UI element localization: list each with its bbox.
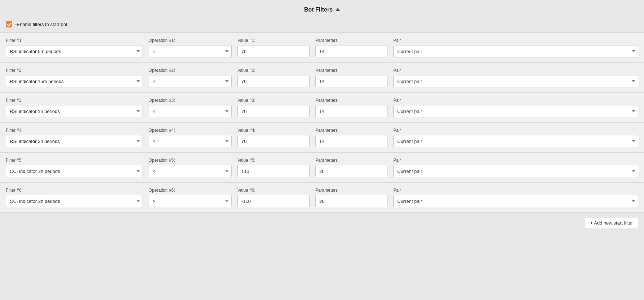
filter-label-2: Filter #2:: [6, 68, 143, 73]
parameters-input-6[interactable]: [315, 195, 387, 207]
pair-col-4: Pair Current pair: [393, 128, 638, 147]
value-col-3: Value #3:: [237, 98, 310, 117]
filter-col-5: Filter #5: RSI indicator 5m periodsRSI i…: [6, 158, 143, 177]
filter-col-6: Filter #6: RSI indicator 5m periodsRSI i…: [6, 188, 143, 207]
pair-label-3: Pair: [393, 98, 638, 103]
filter-select-wrapper-1: RSI indicator 5m periodsRSI indicator 15…: [6, 45, 143, 57]
operation-select-5[interactable]: <><=>==: [149, 165, 232, 177]
pair-select-6[interactable]: Current pair: [393, 195, 638, 207]
operation-select-2[interactable]: <><=>==: [149, 75, 232, 87]
filter-row-2: Filter #2: RSI indicator 5m periodsRSI i…: [0, 63, 644, 93]
parameters-col-2: Parameters: [315, 68, 387, 87]
value-input-3[interactable]: [237, 105, 310, 117]
parameters-label-5: Parameters: [315, 158, 387, 163]
page-title: Bot Filters: [304, 6, 333, 13]
operation-select-wrapper-6: <><=>==: [149, 195, 232, 207]
enable-filters-label: -Enable filters to start bot: [15, 22, 67, 27]
collapse-icon[interactable]: [336, 8, 340, 11]
parameters-input-5[interactable]: [315, 165, 387, 177]
pair-label-2: Pair: [393, 68, 638, 73]
pair-select-1[interactable]: Current pair: [393, 45, 638, 57]
filter-select-3[interactable]: RSI indicator 5m periodsRSI indicator 15…: [6, 105, 143, 117]
operation-label-5: Operation #5:: [149, 158, 232, 163]
filter-row-3: Filter #3: RSI indicator 5m periodsRSI i…: [0, 93, 644, 123]
filter-select-wrapper-5: RSI indicator 5m periodsRSI indicator 15…: [6, 165, 143, 177]
value-col-4: Value #4:: [237, 128, 310, 147]
parameters-input-3[interactable]: [315, 105, 387, 117]
pair-select-wrapper-5: Current pair: [393, 165, 638, 177]
filter-select-5[interactable]: RSI indicator 5m periodsRSI indicator 15…: [6, 165, 143, 177]
value-input-4[interactable]: [237, 135, 310, 147]
pair-select-4[interactable]: Current pair: [393, 135, 638, 147]
filter-select-6[interactable]: RSI indicator 5m periodsRSI indicator 15…: [6, 195, 143, 207]
pair-select-wrapper-1: Current pair: [393, 45, 638, 57]
filter-col-2: Filter #2: RSI indicator 5m periodsRSI i…: [6, 68, 143, 87]
parameters-col-5: Parameters: [315, 158, 387, 177]
filter-select-wrapper-4: RSI indicator 5m periodsRSI indicator 15…: [6, 135, 143, 147]
operation-select-3[interactable]: <><=>==: [149, 105, 232, 117]
pair-label-4: Pair: [393, 128, 638, 133]
filter-col-4: Filter #4: RSI indicator 5m periodsRSI i…: [6, 128, 143, 147]
pair-select-5[interactable]: Current pair: [393, 165, 638, 177]
filter-select-1[interactable]: RSI indicator 5m periodsRSI indicator 15…: [6, 45, 143, 57]
filter-select-2[interactable]: RSI indicator 5m periodsRSI indicator 15…: [6, 75, 143, 87]
filter-row-5: Filter #5: RSI indicator 5m periodsRSI i…: [0, 153, 644, 183]
operation-col-4: Operation #4: <><=>==: [149, 128, 232, 147]
operation-select-4[interactable]: <><=>==: [149, 135, 232, 147]
operation-select-wrapper-5: <><=>==: [149, 165, 232, 177]
parameters-input-4[interactable]: [315, 135, 387, 147]
operation-label-2: Operation #2:: [149, 68, 232, 73]
operation-label-6: Operation #6:: [149, 188, 232, 193]
enable-filters-checkbox-wrapper[interactable]: -Enable filters to start bot: [6, 21, 67, 27]
footer-row: + Add new start filter: [0, 213, 644, 233]
parameters-input-2[interactable]: [315, 75, 387, 87]
value-input-6[interactable]: [237, 195, 310, 207]
operation-select-wrapper-4: <><=>==: [149, 135, 232, 147]
filter-label-5: Filter #5:: [6, 158, 143, 163]
parameters-col-6: Parameters: [315, 188, 387, 207]
add-new-start-filter-button[interactable]: + Add new start filter: [585, 218, 638, 228]
enable-filters-checkbox[interactable]: [6, 21, 12, 27]
parameters-col-3: Parameters: [315, 98, 387, 117]
operation-col-1: Operation #1: <><=>==: [149, 38, 232, 57]
filter-col-3: Filter #3: RSI indicator 5m periodsRSI i…: [6, 98, 143, 117]
filter-select-4[interactable]: RSI indicator 5m periodsRSI indicator 15…: [6, 135, 143, 147]
parameters-label-1: Parameters: [315, 38, 387, 43]
value-label-1: Value #1:: [237, 38, 310, 43]
filter-select-wrapper-3: RSI indicator 5m periodsRSI indicator 15…: [6, 105, 143, 117]
pair-col-6: Pair Current pair: [393, 188, 638, 207]
value-label-2: Value #2:: [237, 68, 310, 73]
value-input-1[interactable]: [237, 45, 310, 57]
filter-row-1: Filter #1: RSI indicator 5m periodsRSI i…: [0, 33, 644, 63]
value-col-6: Value #6:: [237, 188, 310, 207]
operation-col-2: Operation #2: <><=>==: [149, 68, 232, 87]
value-label-4: Value #4:: [237, 128, 310, 133]
pair-select-3[interactable]: Current pair: [393, 105, 638, 117]
filter-label-6: Filter #6:: [6, 188, 143, 193]
operation-select-wrapper-2: <><=>==: [149, 75, 232, 87]
filter-col-1: Filter #1: RSI indicator 5m periodsRSI i…: [6, 38, 143, 57]
filter-select-wrapper-2: RSI indicator 5m periodsRSI indicator 15…: [6, 75, 143, 87]
pair-col-5: Pair Current pair: [393, 158, 638, 177]
operation-label-4: Operation #4:: [149, 128, 232, 133]
pair-select-wrapper-6: Current pair: [393, 195, 638, 207]
parameters-input-1[interactable]: [315, 45, 387, 57]
pair-label-6: Pair: [393, 188, 638, 193]
value-input-5[interactable]: [237, 165, 310, 177]
operation-select-1[interactable]: <><=>==: [149, 45, 232, 57]
operation-label-1: Operation #1:: [149, 38, 232, 43]
value-col-1: Value #1:: [237, 38, 310, 57]
pair-select-wrapper-4: Current pair: [393, 135, 638, 147]
value-label-3: Value #3:: [237, 98, 310, 103]
operation-col-3: Operation #3: <><=>==: [149, 98, 232, 117]
operation-select-6[interactable]: <><=>==: [149, 195, 232, 207]
filter-label-3: Filter #3:: [6, 98, 143, 103]
value-input-2[interactable]: [237, 75, 310, 87]
pair-col-2: Pair Current pair: [393, 68, 638, 87]
value-label-5: Value #5:: [237, 158, 310, 163]
pair-select-wrapper-2: Current pair: [393, 75, 638, 87]
parameters-label-3: Parameters: [315, 98, 387, 103]
pair-select-2[interactable]: Current pair: [393, 75, 638, 87]
filters-area: Filter #1: RSI indicator 5m periodsRSI i…: [0, 32, 644, 213]
filter-select-wrapper-6: RSI indicator 5m periodsRSI indicator 15…: [6, 195, 143, 207]
